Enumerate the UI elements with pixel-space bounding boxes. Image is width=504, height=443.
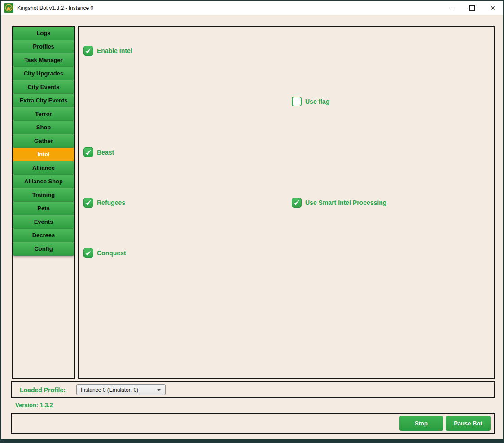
conquest-checkbox[interactable]: [83, 248, 93, 258]
check-icon: [84, 148, 92, 156]
profile-dropdown[interactable]: Instance 0 (Emulator: 0): [76, 384, 166, 395]
checkbox-row-use-flag: Use flag: [292, 97, 329, 106]
sidebar-item-gather[interactable]: Gather: [13, 134, 74, 148]
refugees-label: Refugees: [97, 199, 125, 206]
checkbox-row-refugees: Refugees: [83, 198, 125, 208]
app-window: Kingshot Bot v1.3.2 - Instance 0 × Logs …: [0, 0, 504, 443]
stop-button[interactable]: Stop: [399, 416, 443, 431]
close-icon: ×: [491, 6, 495, 10]
use-flag-checkbox[interactable]: [292, 97, 302, 106]
loaded-profile-label: Loaded Profile:: [20, 386, 66, 394]
sidebar-item-training[interactable]: Training: [13, 188, 74, 202]
maximize-icon: [469, 5, 475, 11]
sidebar-item-logs[interactable]: Logs: [13, 27, 74, 40]
sidebar-item-alliance[interactable]: Alliance: [13, 161, 74, 175]
checkbox-row-enable-intel: Enable Intel: [83, 46, 132, 56]
close-button[interactable]: ×: [482, 1, 503, 15]
sidebar: Logs Profiles Task Manager City Upgrades…: [12, 26, 75, 379]
check-icon: [293, 199, 301, 207]
sidebar-item-city-events[interactable]: City Events: [13, 80, 74, 94]
window-controls: ×: [441, 1, 503, 15]
profile-dropdown-value: Instance 0 (Emulator: 0): [81, 387, 138, 393]
sidebar-item-extra-city-events[interactable]: Extra City Events: [13, 94, 74, 107]
smart-intel-label: Use Smart Intel Processing: [305, 199, 386, 206]
checkbox-row-conquest: Conquest: [83, 248, 126, 258]
minimize-button[interactable]: [441, 1, 462, 15]
beast-label: Beast: [97, 149, 114, 156]
window-title: Kingshot Bot v1.3.2 - Instance 0: [17, 5, 93, 11]
sidebar-item-events[interactable]: Events: [13, 215, 74, 229]
checkbox-row-smart-intel: Use Smart Intel Processing: [292, 198, 386, 208]
sidebar-item-alliance-shop[interactable]: Alliance Shop: [13, 175, 74, 188]
sidebar-item-config[interactable]: Config: [13, 242, 74, 256]
pause-bot-button[interactable]: Pause Bot: [446, 416, 491, 431]
check-icon: [84, 47, 92, 55]
sidebar-item-pets[interactable]: Pets: [13, 202, 74, 215]
app-crown-icon: [4, 3, 13, 13]
check-icon: [84, 249, 92, 257]
minimize-icon: [449, 8, 454, 8]
version-label: Version: 1.3.2: [15, 402, 53, 408]
loaded-profile-panel: Loaded Profile: Instance 0 (Emulator: 0): [11, 381, 495, 398]
conquest-label: Conquest: [97, 249, 126, 257]
sidebar-item-shop[interactable]: Shop: [13, 121, 74, 134]
maximize-button[interactable]: [462, 1, 482, 15]
sidebar-item-intel[interactable]: Intel: [13, 148, 74, 161]
intel-settings-panel: Enable Intel Use flag Beast Refugees Use: [78, 26, 495, 379]
sidebar-nav: Logs Profiles Task Manager City Upgrades…: [13, 27, 74, 256]
sidebar-item-decrees[interactable]: Decrees: [13, 229, 74, 242]
smart-intel-checkbox[interactable]: [292, 198, 302, 208]
action-panel: Stop Pause Bot: [11, 413, 495, 434]
sidebar-item-task-manager[interactable]: Task Manager: [13, 53, 74, 67]
enable-intel-label: Enable Intel: [97, 47, 132, 54]
refugees-checkbox[interactable]: [83, 198, 93, 208]
title-bar: Kingshot Bot v1.3.2 - Instance 0 ×: [1, 1, 503, 15]
check-icon: [84, 199, 92, 207]
checkbox-row-beast: Beast: [83, 147, 114, 157]
sidebar-item-profiles[interactable]: Profiles: [13, 40, 74, 53]
dropdown-caret-icon: [157, 389, 161, 391]
enable-intel-checkbox[interactable]: [83, 46, 93, 56]
beast-checkbox[interactable]: [83, 147, 93, 157]
sidebar-item-terror[interactable]: Terror: [13, 107, 74, 121]
sidebar-item-city-upgrades[interactable]: City Upgrades: [13, 67, 74, 80]
use-flag-label: Use flag: [305, 98, 329, 105]
